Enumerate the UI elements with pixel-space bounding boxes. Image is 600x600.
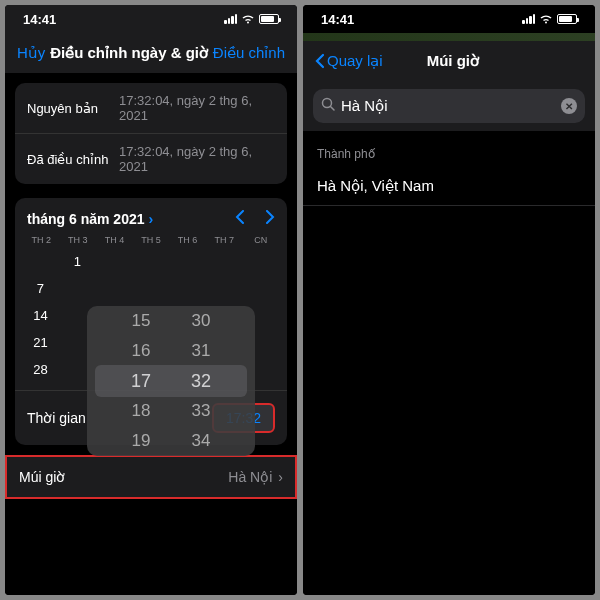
time-picker[interactable]: 15 16 17 18 19 30 31 32 33 34 — [87, 306, 255, 456]
month-nav — [235, 210, 275, 227]
adjusted-value: 17:32:04, ngày 2 thg 6, 2021 — [119, 144, 275, 174]
minute-picker[interactable]: 30 31 32 33 34 — [171, 306, 231, 456]
status-time: 14:41 — [321, 12, 354, 27]
back-button[interactable]: Quay lại — [315, 52, 383, 70]
signal-icon — [522, 14, 535, 24]
section-header: Thành phố — [303, 131, 595, 167]
timezone-row[interactable]: Múi giờ Hà Nội › — [5, 455, 297, 499]
next-month-button[interactable] — [265, 210, 275, 227]
battery-icon — [557, 14, 577, 24]
status-icons — [522, 12, 577, 27]
original-value: 17:32:04, ngày 2 thg 6, 2021 — [119, 93, 275, 123]
content: Nguyên bản 17:32:04, ngày 2 thg 6, 2021 … — [5, 73, 297, 595]
content: Thành phố Hà Nội, Việt Nam — [303, 131, 595, 595]
status-time: 14:41 — [23, 12, 56, 27]
month-button[interactable]: tháng 6 năm 2021 › — [27, 211, 153, 227]
chevron-right-icon: › — [278, 469, 283, 485]
timezone-value: Hà Nội › — [228, 469, 283, 485]
row-adjusted: Đã điều chỉnh 17:32:04, ngày 2 thg 6, 20… — [15, 133, 287, 184]
result-item[interactable]: Hà Nội, Việt Nam — [303, 167, 595, 206]
prev-month-button[interactable] — [235, 210, 245, 227]
phone-left: 14:41 Hủy Điều chỉnh ngày & giờ Điều chỉ… — [5, 5, 297, 595]
search-value: Hà Nội — [341, 97, 555, 115]
chevron-left-icon — [315, 53, 325, 69]
row-original: Nguyên bản 17:32:04, ngày 2 thg 6, 2021 — [15, 83, 287, 133]
chevron-right-icon: › — [149, 211, 154, 227]
search-container: Hà Nội ✕ — [303, 81, 595, 131]
status-icons — [224, 12, 279, 27]
phone-right: 14:41 Quay lại Múi giờ Hà Nội ✕ Thành ph… — [303, 5, 595, 595]
adjust-button[interactable]: Điều chỉnh — [213, 44, 285, 62]
nav-title: Điều chỉnh ngày & giờ — [45, 44, 212, 62]
time-label: Thời gian — [27, 410, 86, 426]
wifi-icon — [539, 12, 553, 27]
weekday-row: TH 2 TH 3 TH 4 TH 5 TH 6 TH 7 CN — [15, 235, 287, 245]
clear-button[interactable]: ✕ — [561, 98, 577, 114]
original-label: Nguyên bản — [27, 101, 119, 116]
status-bar: 14:41 — [303, 5, 595, 33]
nav-bar: Hủy Điều chỉnh ngày & giờ Điều chỉnh — [5, 33, 297, 73]
battery-icon — [259, 14, 279, 24]
status-bar: 14:41 — [5, 5, 297, 33]
info-card: Nguyên bản 17:32:04, ngày 2 thg 6, 2021 … — [15, 83, 287, 184]
cancel-button[interactable]: Hủy — [17, 44, 45, 62]
search-icon — [321, 97, 335, 115]
hour-picker[interactable]: 15 16 17 18 19 — [111, 306, 171, 456]
calendar-header: tháng 6 năm 2021 › — [15, 198, 287, 235]
nav-title: Múi giờ — [383, 52, 523, 70]
nav-bar: Quay lại Múi giờ — [303, 41, 595, 81]
adjusted-label: Đã điều chỉnh — [27, 152, 119, 167]
svg-line-1 — [331, 107, 335, 111]
month-label: tháng 6 năm 2021 — [27, 211, 145, 227]
search-input[interactable]: Hà Nội ✕ — [313, 89, 585, 123]
timezone-label: Múi giờ — [19, 469, 65, 485]
wifi-icon — [241, 12, 255, 27]
signal-icon — [224, 14, 237, 24]
background-image-strip — [303, 33, 595, 41]
